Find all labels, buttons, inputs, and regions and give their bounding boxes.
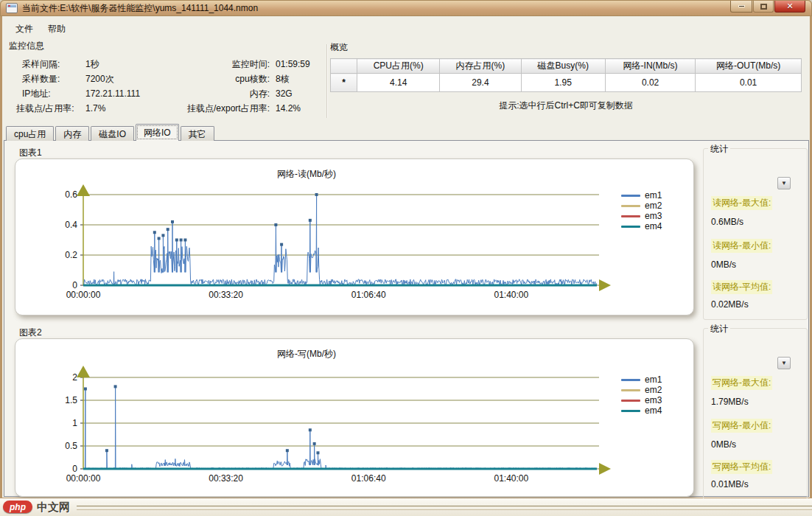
corner-header-cell	[331, 59, 357, 74]
watermark-text: 中文网	[37, 501, 70, 515]
field-value: 7200次	[85, 73, 172, 86]
cell-net-in: 0.02	[606, 74, 696, 92]
legend-label-em2: em2	[645, 385, 662, 395]
app-window: 当前文件:E:\软件\服务器性能监控\yums_141111_1044.nmon…	[0, 0, 812, 500]
stats2-dropdown-button[interactable]: ▼	[777, 357, 791, 369]
field-value: 172.21.11.111	[85, 88, 172, 99]
svg-text:00:00:00: 00:00:00	[66, 473, 101, 484]
cell-net-out: 0.01	[696, 74, 802, 92]
cell-cpu: 4.14	[357, 74, 440, 92]
app-icon	[6, 3, 18, 13]
field-value: 1.7%	[85, 103, 172, 114]
info-row: IP地址: 172.21.11.111 内存: 32G	[9, 86, 327, 101]
vertical-divider	[326, 44, 328, 118]
stat-value: 0.6MB/s	[711, 217, 743, 227]
legend-line-em3-icon	[621, 400, 640, 402]
chart2-title: 网络-写(Mb/秒)	[15, 348, 598, 360]
field-label: cpu核数:	[172, 73, 270, 86]
legend-line-em1-icon	[621, 379, 640, 381]
legend-label-em3: em3	[645, 395, 662, 405]
network-read-chart: 00.20.40.600:00:0000:33:2001:06:4001:40:…	[15, 159, 693, 315]
svg-text:0: 0	[72, 464, 77, 474]
legend-line-em2-icon	[621, 389, 640, 391]
legend-label-em1: em1	[645, 190, 662, 201]
field-label: 挂载点/export占用率:	[172, 102, 270, 115]
monitor-info-title: 监控信息	[9, 40, 327, 52]
info-row: 采样间隔: 1秒 监控时间: 01:59:59	[9, 57, 327, 72]
write-stats-group: 统计 ▼ 写网络-最大值: 1.79MB/s 写网络-最小值: 0MB/s 写网…	[703, 328, 808, 500]
title-bar[interactable]: 当前文件:E:\软件\服务器性能监控\yums_141111_1044.nmon…	[0, 0, 812, 16]
stat-value: 0MB/s	[711, 439, 736, 450]
network-write-chart: 00.511.5200:00:0000:33:2001:06:4001:40:0…	[15, 339, 693, 496]
close-icon: ✕	[786, 2, 793, 10]
chart1-title: 网络-读(Mb/秒)	[15, 168, 598, 181]
column-header[interactable]: 磁盘Busy(%)	[521, 59, 606, 74]
maximize-button[interactable]	[753, 1, 774, 13]
copy-hint: 提示:选中行后Ctrl+C即可复制数据	[330, 100, 802, 112]
monitor-info-group: 监控信息 采样间隔: 1秒 监控时间: 01:59:59 采样数量: 7200次…	[9, 40, 327, 122]
stat-label: 写网络-最小值:	[711, 419, 772, 433]
svg-text:01:40:00: 01:40:00	[494, 473, 528, 484]
svg-text:0.4: 0.4	[65, 220, 77, 230]
php-cn-watermark: php 中文网	[0, 498, 812, 516]
tab-memory[interactable]: 内存	[55, 126, 89, 141]
tab-cpu[interactable]: cpu占用	[6, 126, 54, 141]
overview-data-row[interactable]: * 4.14 29.4 1.95 0.02 0.01	[331, 74, 802, 92]
stat-label: 读网络-最小值:	[711, 239, 772, 253]
legend-label-em3: em3	[645, 211, 662, 221]
chart1-label: 图表1	[19, 147, 42, 159]
svg-text:1.5: 1.5	[65, 395, 77, 405]
chevron-down-icon: ▼	[781, 180, 787, 186]
tab-other[interactable]: 其它	[181, 126, 214, 141]
chart2-legend: em1 em2 em3 em4	[621, 374, 662, 416]
stats1-dropdown-button[interactable]: ▼	[777, 177, 791, 189]
column-header[interactable]: CPU占用(%)	[357, 59, 440, 74]
legend-label-em2: em2	[645, 201, 662, 211]
tab-disk-io[interactable]: 磁盘IO	[91, 126, 134, 141]
svg-text:01:06:40: 01:06:40	[351, 473, 386, 484]
close-button[interactable]: ✕	[774, 1, 805, 13]
svg-text:1: 1	[72, 418, 77, 428]
menu-help[interactable]: 帮助	[41, 21, 73, 38]
stat-value: 1.79MB/s	[711, 397, 749, 407]
menu-bar: 文件 帮助	[8, 21, 73, 37]
stat-label: 读网络-平均值:	[711, 280, 772, 294]
read-stats-group: 统计 ▼ 读网络-最大值: 0.6MB/s 读网络-最小值: 0MB/s 读网络…	[703, 148, 808, 320]
tab-strip: cpu占用 内存 磁盘IO 网络IO 其它	[6, 124, 216, 141]
info-row: 采样数量: 7200次 cpu核数: 8核	[9, 72, 327, 86]
stat-label: 读网络-最大值:	[711, 196, 772, 210]
field-value: 32G	[270, 88, 327, 99]
rule-line	[77, 506, 812, 506]
stat-label: 写网络-平均值:	[711, 460, 772, 474]
overview-group: 概览 CPU占用(%) 内存占用(%) 磁盘Busy(%) 网络-IN(Mb/s…	[330, 41, 806, 124]
legend-line-em2-icon	[621, 205, 640, 207]
field-value: 8核	[270, 73, 327, 86]
tab-network-io[interactable]: 网络IO	[136, 124, 179, 141]
field-label: 监控时间:	[172, 58, 270, 71]
overview-header-row: CPU占用(%) 内存占用(%) 磁盘Busy(%) 网络-IN(Mb/s) 网…	[331, 59, 802, 74]
overview-title: 概览	[330, 41, 806, 54]
stat-value: 0.02MB/s	[711, 299, 749, 310]
chevron-down-icon: ▼	[781, 360, 787, 366]
chart1-panel: 00.20.40.600:00:0000:33:2001:06:4001:40:…	[15, 158, 694, 315]
column-header[interactable]: 网络-IN(Mb/s)	[606, 59, 696, 74]
legend-label-em4: em4	[645, 221, 662, 231]
stat-label: 写网络-最大值:	[711, 376, 772, 390]
column-header[interactable]: 内存占用(%)	[440, 59, 521, 74]
legend-line-em4-icon	[621, 226, 640, 228]
php-logo: php	[3, 501, 32, 513]
column-header[interactable]: 网络-OUT(Mb/s)	[696, 59, 802, 74]
window-title: 当前文件:E:\软件\服务器性能监控\yums_141111_1044.nmon	[22, 2, 729, 15]
field-value: 1秒	[85, 58, 172, 71]
minimize-button[interactable]	[730, 1, 752, 13]
field-value: 01:59:59	[270, 59, 327, 69]
chart2-panel: 00.511.5200:00:0000:33:2001:06:4001:40:0…	[15, 338, 694, 497]
menu-file[interactable]: 文件	[8, 21, 41, 38]
stat-value: 0.01MB/s	[711, 479, 749, 489]
overview-table: CPU占用(%) 内存占用(%) 磁盘Busy(%) 网络-IN(Mb/s) 网…	[330, 58, 802, 92]
stats1-title: 统计	[708, 143, 730, 156]
svg-text:0.5: 0.5	[65, 441, 77, 451]
field-label: 采样数量:	[9, 73, 85, 86]
svg-text:01:40:00: 01:40:00	[494, 290, 528, 300]
svg-text:00:33:20: 00:33:20	[209, 290, 243, 300]
